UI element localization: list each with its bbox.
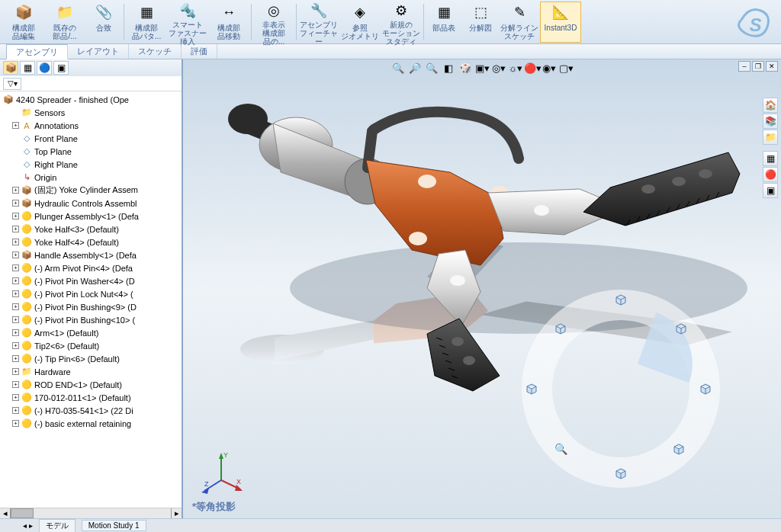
expand-icon[interactable]: + [12,252,19,258]
tree-item[interactable]: +🟡(-) Tip Pin<6> (Default) [0,352,182,365]
ribbon-btn-6[interactable]: ◎非表示構成部品の... [253,2,294,43]
expand-icon[interactable]: + [12,187,19,194]
panel-tab-display[interactable]: ▣ [53,61,69,75]
tree-item[interactable]: +🟡Yoke Half<4> (Default) [0,236,182,248]
orientation-triad[interactable]: Y X Z [198,450,244,495]
tree-item[interactable]: +🟡170-012-011<1> (Default) [0,391,182,404]
tab-2[interactable]: スケッチ [129,44,182,59]
tree-item[interactable]: 📁Sensors [0,106,182,119]
section-view-icon[interactable]: ◧ [441,61,456,75]
expand-icon[interactable]: + [12,368,19,375]
ribbon-btn-7[interactable]: 🔧アセンブリフィーチャー [298,2,339,43]
view-cube-0[interactable] [614,293,628,306]
tree-item[interactable]: +📦Hydraulic Controls Assembl [0,197,182,210]
expand-icon[interactable]: + [12,407,19,414]
tree-item[interactable]: ◇Front Plane [0,132,182,145]
expand-icon[interactable]: + [12,264,19,271]
ribbon-btn-1[interactable]: 📁既存の部品/... [44,2,85,43]
library-icon[interactable]: 📚 [763,114,778,129]
hide-show-icon[interactable]: ◎▾ [491,61,506,75]
prev-view-icon[interactable]: 🔍 [424,61,439,75]
palette-icon[interactable]: ▦ [763,151,778,166]
tree-item[interactable]: +🟡(-) H70-035-541<1> (22 Di [0,404,182,417]
tree-item[interactable]: ◇Right Plane [0,158,182,171]
close-button[interactable]: ✕ [766,61,778,72]
zoom-area-icon[interactable]: 🔎 [407,61,423,75]
expand-icon[interactable]: + [12,355,19,362]
tree-item[interactable]: +🟡(-) Pivot Pin Washer<4> (D [0,274,182,287]
ribbon-btn-2[interactable]: 📎合致 [85,2,122,43]
expand-icon[interactable]: + [12,329,19,336]
maximize-button[interactable]: ❐ [752,61,764,72]
tree-item[interactable]: +🟡Arm<1> (Default) [0,326,182,339]
appearance-icon[interactable]: 🔴▾ [525,61,540,75]
home-icon[interactable]: 🏠 [763,98,778,113]
view-cube-4[interactable] [614,466,628,480]
appearance-panel-icon[interactable]: 🔴 [763,167,778,182]
tree-root[interactable]: 📦 4240 Spreader - finished (Ope [0,93,182,106]
tab-motion-study[interactable]: Motion Study 1 [82,520,146,531]
ribbon-btn-4[interactable]: 🔩スマートファスナー挿入 [167,2,208,43]
view-orient-icon[interactable]: 🎲 [458,61,473,75]
expand-icon[interactable]: + [12,290,19,297]
tree-item[interactable]: +🟡Yoke Half<3> (Default) [0,223,182,236]
folder-icon[interactable]: 📁 [763,130,778,145]
expand-icon[interactable]: + [12,226,19,232]
tree-item[interactable]: +🟡(-) Arm Pivot Pin<4> (Defa [0,261,182,274]
tree-item[interactable]: +📦Handle Assembly<1> (Defa [0,248,182,261]
ribbon-btn-12[interactable]: ✎分解ラインスケッチ [499,2,540,43]
ribbon-btn-5[interactable]: ↔構成部品移動 [208,2,249,43]
view-cube-1[interactable] [674,322,688,335]
tree-item[interactable]: +📦(固定) Yoke Cylinder Assem [0,184,182,197]
view-cube-6[interactable] [525,382,538,396]
tab-model[interactable]: モデル [39,519,76,533]
expand-icon[interactable]: + [12,239,19,245]
panel-tab-config[interactable]: 🔵 [37,61,52,75]
feature-tree[interactable]: 📦 4240 Spreader - finished (Ope 📁Sensors… [0,91,182,508]
tree-item[interactable]: +🟡(-) Pivot Pin Bushing<10> ( [0,313,182,326]
ribbon-btn-3[interactable]: ▦構成部品パタ... [126,2,167,43]
tree-item[interactable]: +AAnnotations [0,119,182,132]
tab-0[interactable]: アセンブリ [6,44,68,59]
ribbon-btn-0[interactable]: 📦構成部品編集 [3,2,44,43]
expand-icon[interactable]: + [12,381,19,388]
tree-item[interactable]: +🟡(-) basic external retaining [0,417,182,430]
tree-item[interactable]: +🟡(-) Pivot Pin Bushing<9> (D [0,300,182,313]
filter-button[interactable]: ▽▾ [3,78,21,90]
panel-tab-tree[interactable]: 📦 [3,61,18,75]
horizontal-scrollbar[interactable]: ◂ ▸ [0,508,182,518]
expand-icon[interactable]: + [12,277,19,284]
expand-icon[interactable]: + [12,200,19,207]
property-icon[interactable]: ▣ [763,183,778,198]
view-cube-3[interactable] [672,442,686,456]
screen-icon[interactable]: ▢▾ [558,61,574,75]
tab-1[interactable]: レイアウト [68,44,129,59]
display-style-icon[interactable]: ▣▾ [474,61,490,75]
3d-viewport[interactable]: 🔍 🔎 🔍 ◧ 🎲 ▣▾ ◎▾ ☼▾ 🔴▾ ◉▾ ▢▾ – ❐ ✕ 🏠 📚 📁 … [183,59,781,518]
view-cube-5[interactable]: 🔍 [554,442,567,456]
minimize-button[interactable]: – [738,61,750,72]
ribbon-btn-9[interactable]: ⚙新規のモーションスタディ [381,2,422,43]
tree-item[interactable]: +🟡Tip2<6> (Default) [0,339,182,352]
expand-icon[interactable]: + [12,394,19,401]
view-cube-7[interactable] [554,322,567,335]
view-selector-ring[interactable]: 🔍 [522,290,720,488]
tree-item[interactable]: +🟡Plunger Assembly<1> (Defa [0,210,182,223]
panel-tab-property[interactable]: ▦ [20,61,35,75]
ribbon-btn-10[interactable]: ▦部品表 [426,2,462,43]
ribbon-btn-13[interactable]: 📐Instant3D [540,2,581,43]
expand-icon[interactable]: + [12,316,19,323]
ribbon-btn-8[interactable]: ◈参照ジオメトリ [339,2,381,43]
tab-3[interactable]: 評価 [182,44,217,59]
ribbon-btn-11[interactable]: ⬚分解図 [462,2,499,43]
zoom-fit-icon[interactable]: 🔍 [390,61,406,75]
scene-icon[interactable]: ☼▾ [508,61,523,75]
tree-item[interactable]: +🟡(-) Pivot Pin Lock Nut<4> ( [0,287,182,300]
tree-item[interactable]: ↳Origin [0,171,182,184]
expand-icon[interactable]: + [12,303,19,310]
tree-item[interactable]: ◇Top Plane [0,145,182,158]
view-cube-2[interactable] [699,382,712,396]
expand-icon[interactable]: + [12,342,19,349]
expand-icon[interactable]: + [12,213,19,220]
render-icon[interactable]: ◉▾ [542,61,557,75]
